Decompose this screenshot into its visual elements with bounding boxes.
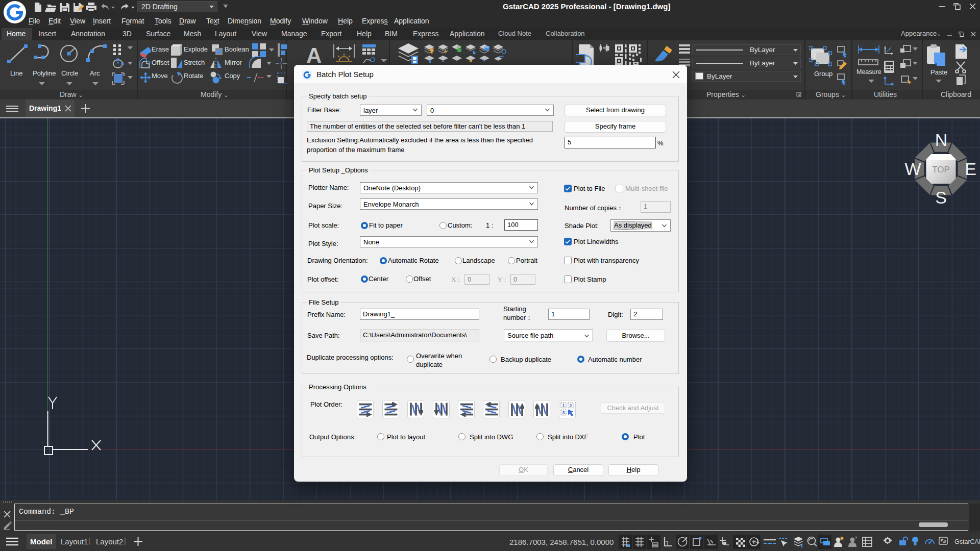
svg-text:TOP: TOP xyxy=(932,165,950,174)
svg-text:W: W xyxy=(904,159,921,179)
svg-text:S: S xyxy=(935,188,947,207)
svg-text:N: N xyxy=(935,130,948,149)
svg-text:1: 1 xyxy=(562,403,565,408)
svg-text:E: E xyxy=(965,159,976,179)
svg-text:GstarCAD: GstarCAD xyxy=(954,538,980,545)
svg-text:3: 3 xyxy=(562,410,565,415)
svg-text:2: 2 xyxy=(569,403,572,408)
